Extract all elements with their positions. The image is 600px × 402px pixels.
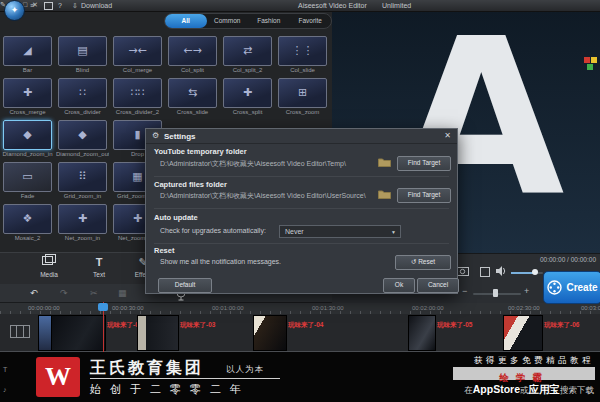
clip-thumbnail[interactable] <box>51 315 106 351</box>
transition-item[interactable]: ◆ Diamond_zoom_out <box>56 120 109 161</box>
zoom-out-icon[interactable]: − <box>462 287 467 296</box>
dialog-close-icon[interactable]: ✕ <box>444 131 451 140</box>
transition-item[interactable]: ⊞ Cross_zoom <box>276 78 329 119</box>
download-label[interactable]: Download <box>81 1 112 10</box>
clip-label: 玩味来了-06 <box>544 321 579 330</box>
media-button[interactable]: Media <box>26 254 72 284</box>
volume-icon[interactable] <box>496 266 507 276</box>
clip-thumbnail[interactable] <box>503 315 543 351</box>
banner-text: 或 <box>520 385 529 395</box>
banner-promo-highlight[interactable]: 绘学霸 <box>453 367 595 380</box>
transition-item[interactable]: →← Col_merge <box>111 36 164 77</box>
clip-label: 玩味来了-04 <box>288 321 323 330</box>
find-target-button[interactable]: Find Target <box>397 156 451 171</box>
captured-folder-path[interactable]: D:\Administrator\文档和收藏夹\Aiseesoft Video … <box>160 191 372 201</box>
video-track: 玩味来了-02 玩味来了-03 玩味来了-04 玩味来了-05 玩味来了-06 <box>0 314 600 352</box>
default-button[interactable]: Default <box>158 278 212 293</box>
download-icon[interactable]: ⇩ <box>72 1 78 10</box>
reset-button[interactable]: ↺ Reset <box>395 255 451 270</box>
transition-glyph-icon: ⊞ <box>298 86 307 99</box>
volume-slider[interactable] <box>511 272 543 274</box>
transition-glyph-icon: ▭ <box>22 170 32 183</box>
transition-item[interactable]: ⋮⋮ Col_slide <box>276 36 329 77</box>
transition-item[interactable]: ❖ Mosaic_2 <box>1 204 54 245</box>
transition-glyph-icon: ✚ <box>23 86 32 99</box>
grid-view-icon[interactable]: ▦ <box>118 287 127 299</box>
notification-messages-label: Show me all the notification messages. <box>160 258 281 265</box>
create-label: Create <box>566 282 597 293</box>
transition-item[interactable]: ∷∷ Cross_divider_2 <box>111 78 164 119</box>
transition-glyph-icon: ✚ <box>243 86 252 99</box>
reset-section-label: Reset <box>154 246 174 255</box>
preview-pixel-green <box>587 64 593 70</box>
transition-label: Cross_split <box>221 109 274 115</box>
cancel-button[interactable]: Cancel <box>417 278 459 293</box>
transition-item[interactable]: ▭ Fade <box>1 162 54 203</box>
split-icon[interactable]: ✂ <box>90 287 98 299</box>
transition-glyph-icon: ▤ <box>77 44 87 57</box>
transition-label: Mosaic_2 <box>1 235 54 241</box>
transition-glyph-icon: ◆ <box>23 128 31 141</box>
transition-item[interactable]: ✚ Cross_merge <box>1 78 54 119</box>
timeline-zoom-knob[interactable] <box>493 289 498 297</box>
clip-label: 玩味来了-03 <box>180 321 215 330</box>
save-icon[interactable] <box>44 2 53 10</box>
youtube-folder-path[interactable]: D:\Administrator\文档和收藏夹\Aiseesoft Video … <box>160 159 372 169</box>
clip-thumbnail[interactable] <box>137 315 179 351</box>
banner-download-line[interactable]: 在AppStore或应用宝搜索下载 <box>464 383 594 397</box>
volume-slider-knob[interactable] <box>532 269 538 275</box>
redo-icon[interactable]: ↷ <box>60 287 68 299</box>
ok-button[interactable]: Ok <box>383 278 415 293</box>
transition-item[interactable]: ⇄ Col_split_2 <box>221 36 274 77</box>
menu-icon[interactable]: ≡ <box>30 1 34 10</box>
gear-icon: ⚙ <box>152 131 159 140</box>
transition-glyph-icon: ⋮⋮ <box>292 44 314 57</box>
edition-label[interactable]: Unlimited <box>382 1 411 10</box>
transition-item[interactable]: ⠿ Grid_zoom_in <box>56 162 109 203</box>
text-button[interactable]: T Text <box>76 254 122 284</box>
folder-icon[interactable] <box>378 157 391 167</box>
transition-glyph-icon: ∷ <box>79 86 86 99</box>
transition-item[interactable]: ✚ Cross_split <box>221 78 274 119</box>
tab-common[interactable]: Common <box>207 14 249 28</box>
transition-item[interactable]: ◢ Bar <box>1 36 54 77</box>
transition-label: Cross_divider_2 <box>111 109 164 115</box>
tab-fashion[interactable]: Fashion <box>248 14 290 28</box>
captured-folder-label: Captured files folder <box>154 180 227 189</box>
text-icon: T <box>76 254 122 271</box>
timecode-display: 00:00:00 / 00:00:00 <box>446 256 596 263</box>
banner-promo-line: 获得更多免费精品教程 <box>474 355 594 367</box>
ad-banner: W 王氏教育集团 以人为本 始创于二零零二年 获得更多免费精品教程 绘学霸 在A… <box>0 352 600 402</box>
clip-thumbnail[interactable] <box>253 315 287 351</box>
video-track-icon <box>10 325 30 338</box>
auto-update-label: Auto update <box>154 213 198 222</box>
app-window: { "titlebar": { "title": "Aiseesoft Vide… <box>0 0 600 402</box>
film-reel-icon <box>547 280 562 295</box>
tab-favorite[interactable]: Favorite <box>290 14 332 28</box>
transition-item[interactable]: ←→ Col_split <box>166 36 219 77</box>
tab-all[interactable]: All <box>165 14 207 28</box>
transition-glyph-icon: ◆ <box>78 128 86 141</box>
fullscreen-icon[interactable] <box>480 267 490 277</box>
zoom-in-icon[interactable]: + <box>524 287 529 296</box>
transition-item-selected[interactable]: ◆ Diamond_zoom_in <box>1 120 54 161</box>
transition-label: Diamond_zoom_out <box>56 151 109 157</box>
find-target-button[interactable]: Find Target <box>397 188 451 203</box>
help-icon[interactable]: ? <box>58 1 62 10</box>
transition-item[interactable]: ∷ Cross_divider <box>56 78 109 119</box>
transition-glyph-icon: ⠿ <box>78 170 86 183</box>
banner-text: 搜索下载 <box>560 385 594 395</box>
library-tab-bar: All Common Fashion Favorite <box>164 13 332 29</box>
banner-since: 始创于二零零二年 <box>90 382 250 397</box>
undo-icon[interactable]: ↶ <box>30 287 38 299</box>
clip-thumbnail[interactable] <box>38 315 52 351</box>
transition-item[interactable]: ▤ Blind <box>56 36 109 77</box>
transition-item[interactable]: ✚ Net_zoom_in <box>56 204 109 245</box>
transition-item[interactable]: ⇆ Cross_slide <box>166 78 219 119</box>
upgrade-frequency-dropdown[interactable]: Never ▼ <box>279 225 401 238</box>
transition-label: Cross_slide <box>166 109 219 115</box>
clip-thumbnail[interactable] <box>408 315 436 351</box>
folder-icon[interactable] <box>378 189 391 199</box>
playhead-marker[interactable] <box>98 303 108 311</box>
create-button[interactable]: Create <box>543 271 600 304</box>
